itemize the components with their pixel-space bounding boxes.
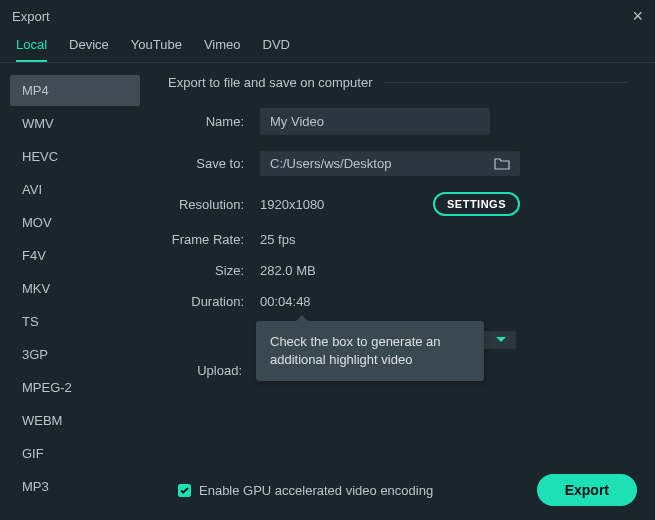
tooltip-text: Check the box to generate an additional … xyxy=(270,334,441,367)
folder-icon[interactable] xyxy=(494,157,510,171)
upload-label: Upload: xyxy=(166,363,258,378)
duration-label: Duration: xyxy=(168,294,260,309)
section-divider xyxy=(385,82,627,83)
format-ts[interactable]: TS xyxy=(10,306,140,337)
export-button[interactable]: Export xyxy=(537,474,637,506)
settings-button[interactable]: SETTINGS xyxy=(433,192,520,216)
format-mov[interactable]: MOV xyxy=(10,207,140,238)
resolution-label: Resolution: xyxy=(168,197,260,212)
content-area: Export to file and save on computer Name… xyxy=(150,63,655,483)
tab-vimeo[interactable]: Vimeo xyxy=(204,37,241,62)
footer: Enable GPU accelerated video encoding Ex… xyxy=(0,460,655,520)
tabs: Local Device YouTube Vimeo DVD xyxy=(0,31,655,63)
tab-youtube[interactable]: YouTube xyxy=(131,37,182,62)
tooltip: Check the box to generate an additional … xyxy=(256,321,484,381)
format-mp4[interactable]: MP4 xyxy=(10,75,140,106)
tab-local[interactable]: Local xyxy=(16,37,47,62)
size-value: 282.0 MB xyxy=(260,263,316,278)
duration-value: 00:04:48 xyxy=(260,294,311,309)
framerate-value: 25 fps xyxy=(260,232,295,247)
format-webm[interactable]: WEBM xyxy=(10,405,140,436)
name-input[interactable] xyxy=(260,108,490,135)
tab-device[interactable]: Device xyxy=(69,37,109,62)
name-label: Name: xyxy=(168,114,260,129)
framerate-label: Frame Rate: xyxy=(168,232,260,247)
close-icon[interactable]: × xyxy=(632,6,643,27)
window-title: Export xyxy=(12,9,50,24)
gpu-checkbox[interactable] xyxy=(178,484,191,497)
format-3gp[interactable]: 3GP xyxy=(10,339,140,370)
format-f4v[interactable]: F4V xyxy=(10,240,140,271)
format-mpeg2[interactable]: MPEG-2 xyxy=(10,372,140,403)
save-to-path: C:/Users/ws/Desktop xyxy=(270,156,494,171)
chevron-down-icon xyxy=(496,337,506,343)
save-to-label: Save to: xyxy=(168,156,260,171)
section-title-text: Export to file and save on computer xyxy=(168,75,385,90)
section-title: Export to file and save on computer xyxy=(168,75,627,90)
format-avi[interactable]: AVI xyxy=(10,174,140,205)
tab-dvd[interactable]: DVD xyxy=(263,37,290,62)
format-wmv[interactable]: WMV xyxy=(10,108,140,139)
save-to-input[interactable]: C:/Users/ws/Desktop xyxy=(260,151,520,176)
format-mkv[interactable]: MKV xyxy=(10,273,140,304)
gpu-label: Enable GPU accelerated video encoding xyxy=(199,483,433,498)
resolution-value: 1920x1080 xyxy=(260,197,324,212)
titlebar: Export × xyxy=(0,0,655,31)
size-label: Size: xyxy=(168,263,260,278)
format-hevc[interactable]: HEVC xyxy=(10,141,140,172)
format-sidebar: MP4 WMV HEVC AVI MOV F4V MKV TS 3GP MPEG… xyxy=(0,63,150,483)
